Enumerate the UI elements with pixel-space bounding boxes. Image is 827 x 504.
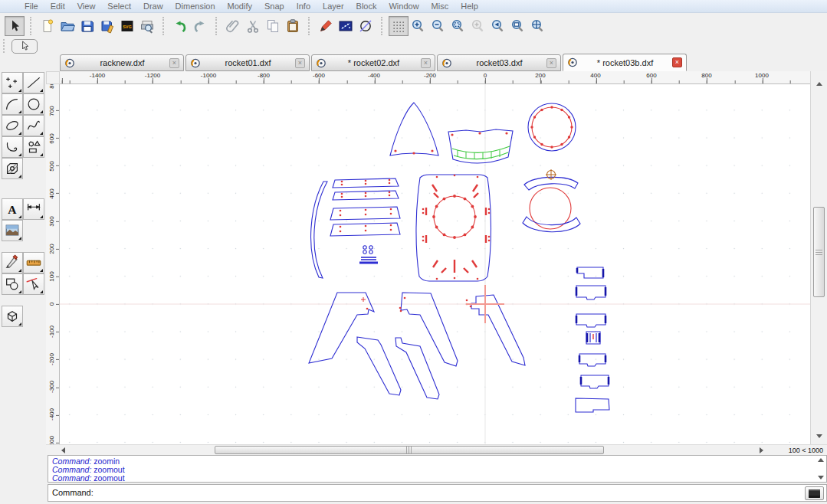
zoom-window-button[interactable] bbox=[508, 16, 528, 36]
strut bbox=[357, 337, 401, 395]
command-line[interactable]: Command: bbox=[48, 484, 827, 502]
paste-icon bbox=[285, 18, 300, 34]
tab-close-button[interactable]: × bbox=[169, 58, 179, 68]
menu-view[interactable]: View bbox=[71, 1, 102, 11]
body-bolts bbox=[464, 198, 467, 201]
horizontal-scrollbar[interactable] bbox=[46, 445, 770, 455]
zoom-out-button[interactable] bbox=[428, 16, 448, 36]
new-file-button[interactable] bbox=[38, 16, 57, 36]
modify-tool[interactable] bbox=[2, 252, 23, 273]
menu-edit[interactable]: Edit bbox=[44, 1, 71, 11]
tab-rocket01.dxf[interactable]: rocket01.dxf× bbox=[185, 54, 310, 71]
drawing-canvas[interactable] bbox=[60, 84, 810, 444]
vertical-scrollbar[interactable] bbox=[810, 71, 827, 444]
slat-holes bbox=[341, 193, 343, 195]
copy-button[interactable] bbox=[263, 16, 283, 36]
scroll-up-arrow[interactable] bbox=[816, 82, 822, 86]
open-file-button[interactable] bbox=[57, 16, 77, 36]
save-as-icon bbox=[100, 18, 115, 34]
zoom-redraw-button[interactable] bbox=[468, 16, 488, 36]
polyline-tool[interactable] bbox=[2, 136, 23, 158]
menu-block[interactable]: Block bbox=[350, 1, 383, 11]
menu-select[interactable]: Select bbox=[101, 1, 137, 11]
measure-tool[interactable] bbox=[23, 252, 44, 273]
ellipse-tool[interactable] bbox=[2, 115, 23, 136]
image-tool[interactable] bbox=[2, 220, 23, 241]
grid-toggle-button[interactable] bbox=[389, 16, 409, 36]
horizontal-scroll-thumb[interactable] bbox=[215, 446, 604, 454]
order-tool[interactable] bbox=[2, 273, 23, 295]
menu-window[interactable]: Window bbox=[382, 1, 425, 11]
history-scroll-up-arrow[interactable] bbox=[818, 458, 824, 462]
selection-tool-button[interactable] bbox=[11, 39, 38, 54]
menu-modify[interactable]: Modify bbox=[222, 1, 258, 11]
tab-rocket02.dxf[interactable]: * rocket02.dxf× bbox=[311, 54, 435, 71]
arc-tool[interactable] bbox=[2, 93, 23, 115]
fin-holes bbox=[466, 299, 468, 302]
menu-dimension[interactable]: Dimension bbox=[169, 1, 222, 11]
circle-tool[interactable] bbox=[23, 93, 44, 115]
tab-close-button[interactable]: × bbox=[546, 58, 556, 68]
line-tool[interactable] bbox=[23, 72, 44, 93]
hatch-tool[interactable] bbox=[2, 158, 23, 179]
select-tool[interactable] bbox=[23, 273, 44, 295]
dimension-tool[interactable] bbox=[23, 198, 44, 220]
svg-export-button[interactable]: SVG bbox=[117, 16, 137, 36]
side-crescent bbox=[311, 182, 327, 278]
menu-bar: FileEditViewSelectDrawDimensionModifySna… bbox=[0, 0, 827, 13]
shapes-tool[interactable] bbox=[23, 136, 44, 158]
redo-button[interactable] bbox=[190, 16, 210, 36]
zoom-auto-button[interactable] bbox=[448, 16, 468, 36]
ruler-label: -800 bbox=[258, 72, 270, 79]
toolbar-drag-handle[interactable] bbox=[3, 39, 7, 53]
cut-button[interactable] bbox=[243, 16, 263, 36]
view3d-tool[interactable] bbox=[2, 306, 23, 327]
menu-layer[interactable]: Layer bbox=[317, 1, 350, 11]
bottom-scroll-row: 100 < 1000 bbox=[46, 444, 827, 455]
body-holes bbox=[422, 240, 425, 242]
save-as-button[interactable] bbox=[97, 16, 117, 36]
menu-file[interactable]: File bbox=[18, 1, 44, 11]
zoom-in-button[interactable] bbox=[409, 16, 428, 36]
spline-tool[interactable] bbox=[23, 115, 44, 136]
scroll-right-arrow[interactable] bbox=[760, 447, 763, 453]
body-bolts bbox=[435, 226, 438, 229]
keyboard-button[interactable] bbox=[805, 486, 824, 500]
save-button[interactable] bbox=[77, 16, 97, 36]
ring-bolts bbox=[550, 146, 553, 148]
select-arrow-button[interactable] bbox=[5, 16, 25, 36]
tab-close-button[interactable]: × bbox=[421, 58, 431, 68]
history-scroll-down-arrow[interactable] bbox=[818, 476, 824, 479]
zoom-pan-button[interactable] bbox=[528, 16, 548, 36]
body-holes bbox=[436, 278, 438, 280]
menu-info[interactable]: Info bbox=[290, 1, 317, 11]
zoom-window-icon bbox=[510, 18, 526, 34]
draft-mode-button[interactable] bbox=[356, 16, 376, 36]
history-scrollbar[interactable] bbox=[816, 457, 825, 481]
menu-help[interactable]: Help bbox=[455, 1, 484, 11]
menu-draw[interactable]: Draw bbox=[137, 1, 169, 11]
vertical-scroll-thumb[interactable] bbox=[813, 207, 825, 297]
scroll-down-arrow[interactable] bbox=[816, 434, 822, 438]
tab-close-button[interactable]: × bbox=[672, 57, 682, 67]
menu-snap[interactable]: Snap bbox=[258, 1, 290, 11]
tab-rocket03b.dxf[interactable]: * rocket03b.dxf× bbox=[563, 54, 687, 71]
redo-icon bbox=[192, 18, 208, 34]
paste-button[interactable] bbox=[283, 16, 303, 36]
points-tool[interactable] bbox=[2, 72, 23, 93]
menu-misc[interactable]: Misc bbox=[425, 1, 455, 11]
command-prompt: Command: bbox=[52, 488, 94, 497]
tab-rocket03.dxf[interactable]: rocket03.dxf× bbox=[437, 54, 561, 71]
tab-close-button[interactable]: × bbox=[295, 58, 305, 68]
scroll-left-arrow[interactable] bbox=[61, 447, 65, 453]
attach-button[interactable] bbox=[223, 16, 243, 36]
tab-racknew.dxf[interactable]: racknew.dxf× bbox=[60, 54, 184, 71]
zoom-previous-button[interactable] bbox=[488, 16, 508, 36]
print-preview-button[interactable] bbox=[137, 16, 157, 36]
pen-edit-button[interactable] bbox=[316, 16, 336, 36]
render-preview-button[interactable] bbox=[336, 16, 356, 36]
text-tool[interactable]: A bbox=[2, 198, 23, 220]
open-file-icon bbox=[60, 18, 75, 34]
undo-button[interactable] bbox=[170, 16, 190, 36]
select-icon bbox=[25, 276, 42, 293]
